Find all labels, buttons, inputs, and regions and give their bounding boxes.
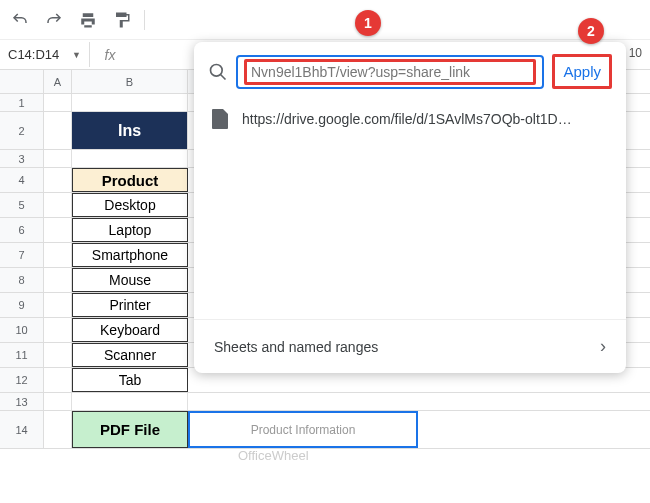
fx-label: fx	[90, 47, 130, 63]
product-cell[interactable]: Printer	[72, 293, 188, 317]
zoom-hint: 10	[629, 46, 642, 60]
search-icon	[208, 62, 228, 82]
product-cell[interactable]: Keyboard	[72, 318, 188, 342]
svg-line-1	[221, 74, 226, 79]
product-cell[interactable]: Scanner	[72, 343, 188, 367]
link-input-container	[236, 55, 544, 89]
apply-button[interactable]: Apply	[557, 59, 607, 84]
header-product[interactable]: Product	[72, 168, 188, 192]
row-header[interactable]: 13	[0, 393, 44, 410]
sheets-ranges-label: Sheets and named ranges	[214, 339, 378, 355]
name-box-value: C14:D14	[8, 47, 59, 62]
row-header[interactable]: 8	[0, 268, 44, 292]
col-header-a[interactable]: A	[44, 70, 72, 93]
callout-badge-1: 1	[355, 10, 381, 36]
product-cell[interactable]: Tab	[72, 368, 188, 392]
row-header[interactable]: 10	[0, 318, 44, 342]
link-target-cell[interactable]: Product Information	[188, 411, 418, 448]
product-cell[interactable]: Smartphone	[72, 243, 188, 267]
col-header-b[interactable]: B	[72, 70, 188, 93]
insert-link-popup: Apply https://drive.google.com/file/d/1S…	[194, 42, 626, 373]
link-url-input[interactable]	[251, 64, 529, 80]
row-14: 14 PDF File Product Information	[0, 411, 650, 449]
product-cell[interactable]: Laptop	[72, 218, 188, 242]
pdf-file-label[interactable]: PDF File	[72, 411, 188, 448]
print-icon[interactable]	[76, 8, 100, 32]
toolbar-separator	[144, 10, 145, 30]
row-header[interactable]: 5	[0, 193, 44, 217]
svg-point-0	[211, 64, 223, 76]
row-header[interactable]: 2	[0, 112, 44, 149]
link-suggestion-row[interactable]: https://drive.google.com/file/d/1SAvlMs7…	[194, 99, 626, 139]
undo-icon[interactable]	[8, 8, 32, 32]
callout-badge-2: 2	[578, 18, 604, 44]
name-box[interactable]: C14:D14 ▼	[0, 42, 90, 67]
row-header[interactable]: 4	[0, 168, 44, 192]
row-header[interactable]: 7	[0, 243, 44, 267]
name-box-dropdown-icon[interactable]: ▼	[72, 50, 81, 60]
link-search-row: Apply	[194, 54, 626, 99]
link-placeholder-text: Product Information	[251, 423, 356, 437]
select-all-corner[interactable]	[0, 70, 44, 93]
toolbar	[0, 0, 650, 40]
row-header[interactable]: 11	[0, 343, 44, 367]
watermark: OfficeWheel	[238, 448, 309, 463]
row-header[interactable]: 12	[0, 368, 44, 392]
product-cell[interactable]: Desktop	[72, 193, 188, 217]
row-header[interactable]: 3	[0, 150, 44, 167]
row-13: 13	[0, 393, 650, 411]
suggestion-url: https://drive.google.com/file/d/1SAvlMs7…	[242, 111, 572, 127]
chevron-right-icon: ›	[600, 336, 606, 357]
product-cell[interactable]: Mouse	[72, 268, 188, 292]
row-header[interactable]: 9	[0, 293, 44, 317]
title-cell[interactable]: Ins	[72, 112, 188, 149]
paint-format-icon[interactable]	[110, 8, 134, 32]
row-header[interactable]: 14	[0, 411, 44, 448]
file-icon	[212, 109, 228, 129]
row-header[interactable]: 1	[0, 94, 44, 111]
sheets-named-ranges-row[interactable]: Sheets and named ranges ›	[194, 319, 626, 373]
redo-icon[interactable]	[42, 8, 66, 32]
row-header[interactable]: 6	[0, 218, 44, 242]
